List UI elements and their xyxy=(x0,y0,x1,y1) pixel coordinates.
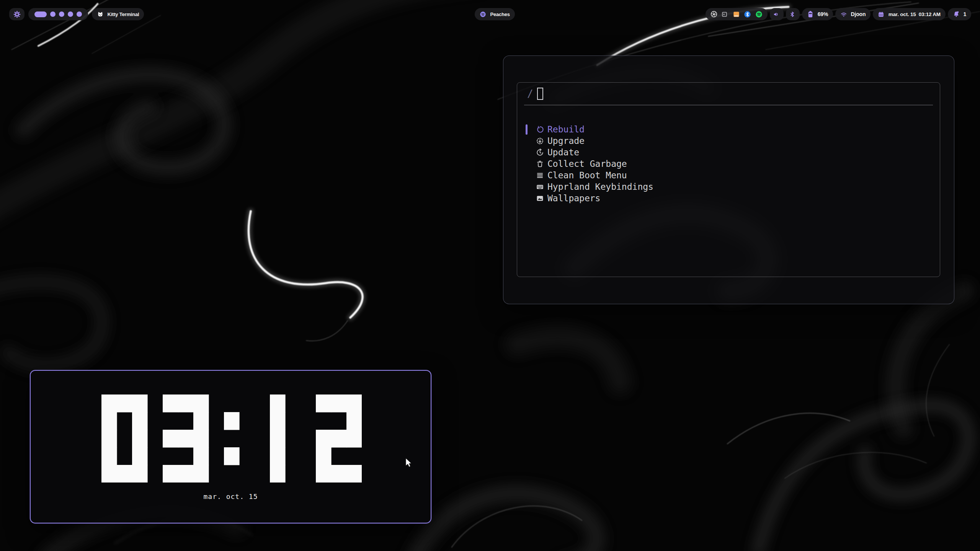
launcher-menu-list: RebuildUpgradeUpdateCollect GarbageClean… xyxy=(517,124,940,204)
prompt-symbol: / xyxy=(527,88,533,99)
history-icon xyxy=(536,148,544,156)
battery-percent: 69% xyxy=(818,11,828,17)
text-cursor xyxy=(537,88,543,100)
menu-item-upgrade[interactable]: Upgrade xyxy=(517,135,940,147)
menu-item-label: Wallpapers xyxy=(547,193,600,203)
spotify-badge-icon[interactable] xyxy=(755,0,763,29)
launcher-panel: / RebuildUpgradeUpdateCollect GarbageCle… xyxy=(503,55,954,304)
selection-indicator xyxy=(526,159,528,169)
selection-indicator xyxy=(526,170,528,181)
menu-item-collect-garbage[interactable]: Collect Garbage xyxy=(517,158,940,170)
selection-indicator xyxy=(526,136,528,146)
selection-indicator xyxy=(526,147,528,158)
keyboard-icon xyxy=(536,183,544,191)
spotify-icon xyxy=(480,0,487,29)
topbar-right: 69% Djoon mar. xyxy=(706,8,971,20)
datetime-pill[interactable]: mar. oct. 15 03:12 AM xyxy=(873,8,946,20)
menu-item-label: Collect Garbage xyxy=(547,159,627,169)
trash-icon xyxy=(536,160,544,168)
refresh-icon xyxy=(536,126,544,134)
bell-icon xyxy=(953,0,960,29)
menu-item-label: Update xyxy=(547,147,579,157)
list-icon xyxy=(536,171,544,179)
clock-date: mar. oct. 15 xyxy=(31,492,431,500)
workspaces-pill xyxy=(28,8,88,20)
menu-item-update[interactable]: Update xyxy=(517,147,940,158)
menu-item-hyprland-keybindings[interactable]: Hyprland Keybindings xyxy=(517,181,940,192)
calendar-icon xyxy=(878,0,885,29)
system-tray-pill xyxy=(706,8,768,20)
active-window-title: Kitty Terminal xyxy=(107,11,139,17)
menu-item-rebuild[interactable]: Rebuild xyxy=(517,124,940,135)
topbar-left: Kitty Terminal xyxy=(9,8,144,20)
speaker-icon xyxy=(773,0,781,29)
menu-item-label: Clean Boot Menu xyxy=(547,170,627,180)
notification-count: 1 xyxy=(963,11,966,17)
notifications-pill[interactable]: 1 xyxy=(948,8,971,20)
battery-pill[interactable]: 69% xyxy=(802,8,833,20)
gear-snowflake-icon xyxy=(13,0,21,30)
menu-item-wallpapers[interactable]: Wallpapers xyxy=(517,192,940,204)
clock-widget: mar. oct. 15 xyxy=(30,370,431,523)
workspace-dot[interactable] xyxy=(77,11,82,17)
workspace-dot[interactable] xyxy=(50,11,56,17)
launcher-search-row[interactable]: / xyxy=(517,83,940,105)
nix-menu-button[interactable] xyxy=(9,8,24,20)
network-ssid: Djoon xyxy=(851,11,866,17)
wifi-icon xyxy=(840,0,848,29)
cat-icon xyxy=(97,0,105,29)
media-track-title: Peaches xyxy=(490,11,510,17)
volume-pill[interactable] xyxy=(770,8,784,20)
workspace-active[interactable] xyxy=(34,11,47,17)
battery-icon xyxy=(807,0,815,29)
menu-item-label: Rebuild xyxy=(547,124,585,134)
clock-time-display xyxy=(101,395,362,483)
selection-indicator xyxy=(526,193,528,204)
workspace-dot[interactable] xyxy=(59,11,64,17)
menu-item-label: Upgrade xyxy=(547,136,585,146)
workspace-dot[interactable] xyxy=(68,11,73,17)
active-window-pill[interactable]: Kitty Terminal xyxy=(92,8,144,20)
app-window-icon[interactable] xyxy=(721,0,729,29)
bluetooth-badge-icon[interactable] xyxy=(744,0,751,29)
bluetooth-icon xyxy=(789,0,797,29)
shutter-icon[interactable] xyxy=(710,0,718,29)
datetime-label: mar. oct. 15 03:12 AM xyxy=(889,11,941,17)
menu-item-clean-boot-menu[interactable]: Clean Boot Menu xyxy=(517,170,940,181)
mouse-cursor xyxy=(405,458,414,468)
topbar-media: Peaches xyxy=(475,8,515,20)
menu-item-label: Hyprland Keybindings xyxy=(547,182,653,192)
search-separator xyxy=(524,105,933,105)
files-icon[interactable] xyxy=(733,0,740,29)
selection-indicator xyxy=(526,124,528,135)
network-pill[interactable]: Djoon xyxy=(835,8,871,20)
selection-indicator xyxy=(526,182,528,192)
media-pill[interactable]: Peaches xyxy=(475,8,515,20)
launcher-inner-box: / RebuildUpgradeUpdateCollect GarbageCle… xyxy=(517,82,940,277)
download-circle-icon xyxy=(536,137,544,145)
image-icon xyxy=(536,194,544,202)
bluetooth-pill[interactable] xyxy=(786,8,800,20)
